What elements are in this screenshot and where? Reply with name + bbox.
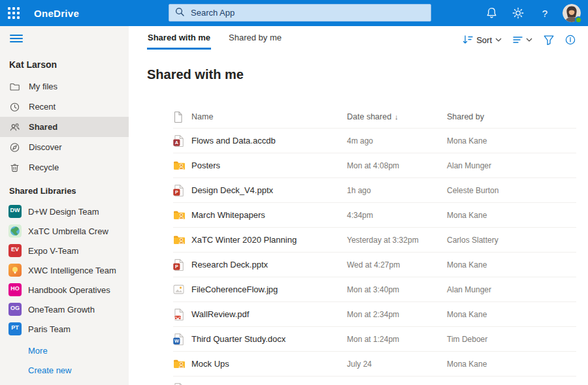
sort-icon bbox=[463, 35, 473, 44]
trash-icon bbox=[9, 162, 20, 173]
tab-bar: Shared with me Shared by me Sort bbox=[129, 26, 588, 50]
globe-icon bbox=[8, 224, 22, 238]
file-name: Flows and Data.accdb bbox=[191, 136, 347, 146]
account-avatar[interactable] bbox=[563, 4, 581, 22]
pdf-icon bbox=[173, 309, 191, 320]
search-input[interactable] bbox=[189, 7, 425, 18]
user-name: Kat Larson bbox=[9, 59, 129, 70]
library-badge: EV bbox=[8, 244, 22, 257]
table-row[interactable]: A Flows and Data.accdb 4m ago Mona Kane bbox=[173, 128, 576, 153]
library-label: OneTeam Growth bbox=[28, 305, 95, 315]
more-link[interactable]: More bbox=[0, 341, 129, 360]
table-header: Name Date shared ↓ Shared by bbox=[173, 106, 576, 128]
notifications-button[interactable] bbox=[481, 3, 502, 23]
tab[interactable]: Shared with me bbox=[147, 33, 211, 50]
table-row[interactable]: P Research Deck.pptx Wed at 4:27pm Mona … bbox=[173, 252, 576, 277]
view-options-button[interactable] bbox=[510, 33, 536, 47]
file-name: March Whitepapers bbox=[191, 210, 347, 220]
date-shared: 4m ago bbox=[347, 136, 447, 146]
library-badge: PT bbox=[8, 322, 22, 335]
settings-button[interactable] bbox=[508, 3, 529, 23]
column-shared-by[interactable]: Shared by bbox=[447, 112, 576, 121]
sidebar-item[interactable]: Discover bbox=[0, 137, 129, 157]
sidebar-item-label: Discover bbox=[29, 142, 62, 152]
shared-by: Carlos Slattery bbox=[447, 236, 576, 245]
file-name: WallReview.pdf bbox=[191, 309, 347, 319]
app-launcher-button[interactable] bbox=[2, 0, 25, 26]
file-name: FileCoherenceFlow.jpg bbox=[191, 285, 347, 294]
library-label: Paris Team bbox=[28, 324, 71, 334]
info-button[interactable] bbox=[562, 33, 579, 47]
library-item[interactable]: PT Paris Team bbox=[0, 319, 129, 339]
bulb-icon bbox=[8, 264, 22, 277]
help-icon: ? bbox=[542, 8, 547, 19]
folder-icon bbox=[173, 235, 191, 245]
table-row[interactable]: P Design Deck_V4.pptx 1h ago Celeste Bur… bbox=[173, 177, 576, 202]
table-row[interactable]: Mock Ups July 24 Mona Kane bbox=[173, 351, 576, 376]
shared-by: Alan Munger bbox=[447, 161, 576, 170]
shared-by: Celeste Burton bbox=[447, 186, 576, 195]
pptx-icon: P bbox=[173, 259, 191, 271]
column-name[interactable]: Name bbox=[191, 112, 347, 121]
table-row[interactable]: March Whitepapers 4:34pm Mona Kane bbox=[173, 202, 576, 227]
table-row[interactable]: Posters Mon at 4:08pm Alan Munger bbox=[173, 153, 576, 177]
sidebar-item[interactable]: My files bbox=[0, 76, 129, 97]
sort-button[interactable]: Sort bbox=[459, 33, 505, 47]
sort-desc-arrow: ↓ bbox=[395, 113, 399, 121]
library-label: Handbook Operatives bbox=[28, 285, 110, 295]
table-row[interactable]: FileCoherenceFlow.jpg Mon at 3:40pm Alan… bbox=[173, 277, 576, 301]
help-button[interactable]: ? bbox=[534, 3, 555, 23]
sidebar-item-label: Recycle bbox=[29, 162, 59, 172]
sidebar: Kat Larson My files Recent Shared Discov… bbox=[0, 26, 129, 385]
date-shared: Mon at 4:08pm bbox=[347, 161, 447, 170]
library-label: D+W Design Team bbox=[28, 207, 99, 217]
top-actions: ? bbox=[481, 0, 583, 26]
date-shared: Mon at 2:34pm bbox=[347, 310, 447, 319]
library-item[interactable]: OG OneTeam Growth bbox=[0, 300, 129, 319]
shared-libraries-list: DW D+W Design Team XaTC Umbrella Crew EV… bbox=[0, 202, 129, 339]
table-row[interactable]: W Third Quarter Study.docx Mon at 1:24pm… bbox=[173, 326, 576, 351]
filter-button[interactable] bbox=[540, 33, 557, 47]
date-shared: 4:34pm bbox=[347, 211, 447, 220]
table-body: A Flows and Data.accdb 4m ago Mona Kane … bbox=[173, 128, 576, 385]
library-item[interactable]: XWC Intelligence Team bbox=[0, 260, 129, 280]
library-item[interactable]: XaTC Umbrella Crew bbox=[0, 221, 129, 241]
file-name: XaTC Winter 2020 Planning bbox=[191, 235, 347, 245]
folder-icon bbox=[173, 210, 191, 220]
shared-by: Mona Kane bbox=[447, 310, 576, 319]
column-date-shared[interactable]: Date shared ↓ bbox=[347, 112, 447, 121]
presence-badge bbox=[575, 16, 582, 23]
sidebar-item[interactable]: Recent bbox=[0, 97, 129, 117]
app-name[interactable]: OneDrive bbox=[34, 8, 79, 19]
hamburger-menu-button[interactable] bbox=[10, 35, 23, 42]
hamburger-icon bbox=[10, 35, 23, 36]
library-item[interactable]: EV Expo V-Team bbox=[0, 241, 129, 260]
library-label: Expo V-Team bbox=[28, 246, 78, 256]
sidebar-item[interactable]: Recycle bbox=[0, 157, 129, 177]
shared-by: Mona Kane bbox=[447, 360, 576, 369]
filter-icon bbox=[544, 35, 554, 45]
sidebar-item[interactable]: Shared bbox=[0, 117, 129, 137]
library-item[interactable]: HO Handbook Operatives bbox=[0, 280, 129, 300]
tab[interactable]: Shared by me bbox=[228, 33, 282, 50]
create-new-link[interactable]: Create new bbox=[0, 360, 129, 380]
folder-nav-icon bbox=[9, 82, 20, 92]
mov-icon bbox=[173, 383, 191, 385]
library-badge: HO bbox=[8, 283, 22, 296]
library-label: XaTC Umbrella Crew bbox=[28, 226, 108, 236]
file-name: Third Quarter Study.docx bbox=[191, 334, 347, 344]
search-box[interactable] bbox=[169, 4, 431, 22]
table-row[interactable]: XaTC Winter 2020 Planning Yesterday at 3… bbox=[173, 227, 576, 252]
library-badge: OG bbox=[8, 303, 22, 316]
library-item[interactable]: DW D+W Design Team bbox=[0, 202, 129, 221]
table-row[interactable]: UeoD Transition Animation.mov July 23 Ce… bbox=[173, 376, 576, 385]
file-name: Posters bbox=[191, 161, 347, 170]
table-row[interactable]: WallReview.pdf Mon at 2:34pm Mona Kane bbox=[173, 301, 576, 326]
sort-label: Sort bbox=[476, 35, 492, 45]
page-title: Shared with me bbox=[147, 67, 588, 82]
file-name: Mock Ups bbox=[191, 359, 347, 369]
doc-icon[interactable] bbox=[173, 112, 191, 123]
svg-text:P: P bbox=[175, 189, 178, 195]
shared-libraries-header: Shared Libraries bbox=[9, 186, 129, 196]
library-label: XWC Intelligence Team bbox=[28, 266, 116, 275]
